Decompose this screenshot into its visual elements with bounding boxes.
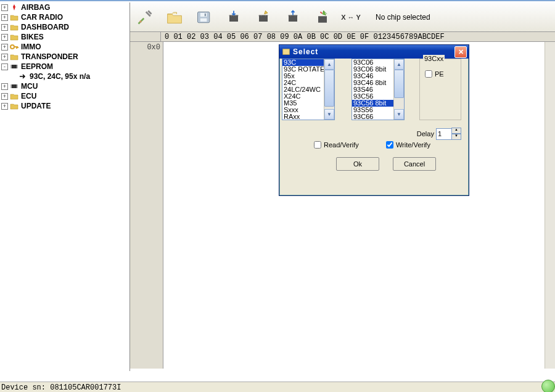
tree-expander-icon[interactable]: +: [1, 14, 8, 21]
tree-expander-icon[interactable]: +: [1, 103, 8, 110]
read-verify-label: Read/Verify: [324, 141, 359, 149]
tree-folder-icon: [10, 102, 18, 110]
hex-scrollbar[interactable]: [545, 42, 555, 369]
scroll-down-icon[interactable]: ▼: [324, 109, 334, 120]
save-device-icon[interactable]: [190, 4, 218, 30]
pe-label: PE: [435, 70, 444, 78]
scroll-up-icon[interactable]: ▲: [394, 59, 404, 70]
erase-chip-icon[interactable]: [308, 4, 337, 30]
open-folder-icon[interactable]: [160, 4, 189, 30]
tree-item-label: EEPROM: [21, 62, 53, 71]
tree-chip-icon: [10, 63, 18, 70]
ok-button[interactable]: Ok: [336, 157, 379, 171]
svg-rect-12: [283, 49, 290, 55]
tree-expander-icon[interactable]: +: [1, 93, 8, 100]
tree-item[interactable]: +CAR RADIO: [0, 12, 130, 22]
tree-expander-icon[interactable]: +: [1, 44, 8, 51]
tree-expander-icon[interactable]: -: [1, 63, 8, 70]
listbox-scrollbar[interactable]: ▲ ▼: [324, 59, 334, 120]
tree-pin-icon: [10, 4, 18, 11]
cancel-button[interactable]: Cancel: [393, 157, 436, 171]
close-icon[interactable]: ✕: [454, 46, 467, 58]
svg-rect-9: [259, 15, 268, 22]
hex-columns: 0 01 02 03 04 05 06 07 08 09 0A 0B 0C 0D…: [161, 33, 445, 41]
read-verify-row[interactable]: Read/Verify: [314, 141, 359, 149]
status-bar: Device sn: 081105CAR001773I: [0, 382, 555, 392]
tree-item-label: IMMO: [21, 42, 41, 52]
tree-folder-icon: [10, 53, 18, 60]
tree-expander-icon[interactable]: +: [1, 83, 8, 90]
svg-rect-1: [12, 65, 17, 68]
delay-label: Delay: [417, 130, 434, 137]
tree-item[interactable]: +UPDATE: [0, 101, 130, 111]
pe-checkbox-row[interactable]: PE: [425, 70, 444, 78]
swap-xy-button[interactable]: X ↔ Y: [338, 4, 364, 30]
tree-item[interactable]: -EEPROM: [0, 62, 130, 71]
tree-item-label: UPDATE: [21, 101, 51, 111]
spin-up-icon[interactable]: ▲: [451, 128, 461, 134]
family-listbox[interactable]: 93C93C ROTATED95x24C24LC/24WCX24CM35Sxxx…: [282, 59, 335, 120]
tree-item[interactable]: +MCU: [0, 81, 130, 91]
tree-item-label: CAR RADIO: [21, 12, 63, 22]
write-verify-checkbox[interactable]: [386, 141, 393, 149]
svg-point-3: [139, 20, 142, 23]
select-dialog: Select ✕ 93C93C ROTATED95x24C24LC/24WCX2…: [279, 44, 469, 196]
device-tree[interactable]: +AIRBAG+CAR RADIO+DASHBOARD+BIKES+IMMO+T…: [0, 2, 130, 371]
spin-down-icon[interactable]: ▼: [451, 134, 461, 140]
hex-header: 0 01 02 03 04 05 06 07 08 09 0A 0B 0C 0D…: [130, 32, 555, 42]
status-indicator-icon: [541, 380, 555, 392]
tree-item-label: MCU: [21, 81, 38, 91]
tree-item[interactable]: +ECU: [0, 91, 130, 101]
tree-key-icon: [10, 43, 18, 51]
device-listbox[interactable]: 93C0693C06 8bit93C4693C46 8bit93S4693C56…: [352, 59, 405, 120]
write-verify-label: Write/Verify: [396, 141, 430, 149]
dialog-icon: [282, 47, 290, 56]
svg-rect-10: [289, 15, 297, 22]
tree-chip-icon: [10, 83, 18, 90]
tree-expander-icon[interactable]: +: [1, 24, 8, 31]
read-chip-icon[interactable]: [220, 4, 248, 30]
svg-rect-6: [200, 18, 207, 21]
tree-item-label: BIKES: [21, 32, 44, 42]
tree-item-label: DASHBOARD: [21, 22, 69, 32]
tree-item[interactable]: +BIKES: [0, 32, 130, 42]
tree-folder-icon: [10, 23, 18, 31]
swap-xy-label: X ↔ Y: [341, 14, 361, 21]
hex-gutter: 0x0: [130, 42, 163, 369]
scroll-down-icon[interactable]: ▼: [394, 109, 404, 120]
tree-item-label: AIRBAG: [21, 2, 50, 12]
tree-item-label: 93C, 24C, 95x n/a: [30, 71, 90, 81]
write-chip-icon[interactable]: [249, 4, 278, 30]
tree-item[interactable]: 93C, 24C, 95x n/a: [0, 71, 130, 81]
svg-rect-11: [318, 16, 327, 23]
status-text: Device sn: 081105CAR001773I: [1, 383, 121, 392]
tree-item[interactable]: +DASHBOARD: [0, 22, 130, 32]
tree-expander-icon[interactable]: +: [1, 4, 8, 11]
svg-rect-5: [200, 13, 207, 17]
svg-rect-7: [205, 13, 206, 15]
groupbox-label: 93Cxx: [423, 55, 445, 62]
svg-rect-2: [12, 84, 17, 88]
options-groupbox: 93Cxx PE: [419, 59, 461, 120]
tree-item[interactable]: +AIRBAG: [0, 2, 130, 12]
tree-item[interactable]: +IMMO: [0, 42, 130, 52]
tree-item-label: TRANSPONDER: [21, 52, 78, 62]
tree-expander-icon[interactable]: +: [1, 54, 8, 60]
tree-folder-icon: [10, 33, 18, 41]
delay-spinner[interactable]: ▲▼: [451, 128, 461, 140]
read-verify-checkbox[interactable]: [314, 141, 321, 149]
tree-arrow-icon: [18, 73, 27, 80]
delay-input[interactable]: [436, 128, 452, 140]
listbox-scrollbar[interactable]: ▲ ▼: [393, 59, 404, 120]
pe-checkbox[interactable]: [425, 70, 432, 78]
toolbar: X ↔ Y No chip selected: [130, 2, 555, 32]
tree-folder-icon: [10, 14, 18, 21]
chip-status-label: No chip selected: [376, 13, 430, 22]
scroll-up-icon[interactable]: ▲: [324, 59, 334, 70]
write-verify-row[interactable]: Write/Verify: [386, 141, 430, 149]
tree-item[interactable]: +TRANSPONDER: [0, 52, 130, 62]
hex-row-addr: 0x0: [130, 43, 160, 52]
tool-settings-icon[interactable]: [131, 4, 159, 30]
verify-chip-icon[interactable]: [279, 4, 307, 30]
tree-expander-icon[interactable]: +: [1, 34, 8, 41]
